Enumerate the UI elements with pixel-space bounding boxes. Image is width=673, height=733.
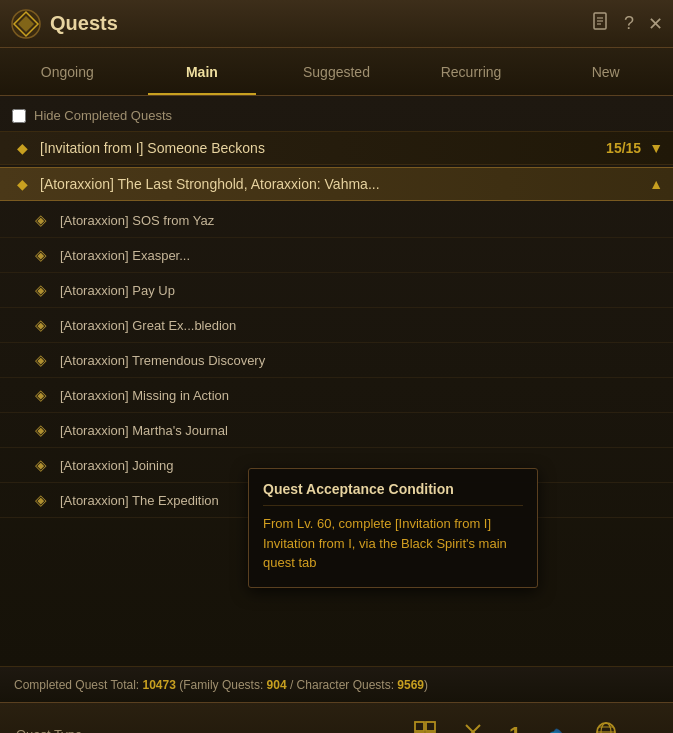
quest-group-atoraxxion[interactable]: [Atoraxxion] The Last Stronghold, Atorax… xyxy=(0,167,673,201)
tab-ongoing[interactable]: Ongoing xyxy=(0,48,135,95)
grid-icon[interactable] xyxy=(413,720,437,733)
more-button[interactable]: ... xyxy=(634,723,657,733)
quest-title-sos: [Atoraxxion] SOS from Yaz xyxy=(60,213,214,228)
quest-title-missing: [Atoraxxion] Missing in Action xyxy=(60,388,229,403)
window-controls: ? ✕ xyxy=(592,12,663,35)
quest-item-exasper[interactable]: ◈ [Atoraxxion] Exasper... Quest Acceptan… xyxy=(0,238,673,273)
quest-diamond-icon-2: ◈ xyxy=(32,246,50,264)
completed-total-label: Completed Quest Total: 10473 (Family Que… xyxy=(14,678,428,692)
hide-completed-checkbox[interactable] xyxy=(12,109,26,123)
quest-diamond-icon-3: ◈ xyxy=(32,281,50,299)
quest-title-expedition: [Atoraxxion] The Expedition xyxy=(60,493,219,508)
quest-item-payup[interactable]: ◈ [Atoraxxion] Pay Up xyxy=(0,273,673,308)
quest-title-joining: [Atoraxxion] Joining xyxy=(60,458,173,473)
quest-diamond-icon-9: ◈ xyxy=(32,491,50,509)
group-title-atoraxxion: [Atoraxxion] The Last Stronghold, Atorax… xyxy=(40,176,641,192)
tab-main[interactable]: Main xyxy=(135,48,270,95)
help-button[interactable]: ? xyxy=(624,13,634,34)
tab-new[interactable]: New xyxy=(538,48,673,95)
quest-diamond-icon-4: ◈ xyxy=(32,316,50,334)
quest-item-missing[interactable]: ◈ [Atoraxxion] Missing in Action xyxy=(0,378,673,413)
completed-quest-bar: Completed Quest Total: 10473 (Family Que… xyxy=(0,666,673,702)
svg-rect-8 xyxy=(426,722,435,731)
document-button[interactable] xyxy=(592,12,610,35)
title-bar: Quests ? ✕ xyxy=(0,0,673,48)
tabs-bar: Ongoing Main Suggested Recurring New xyxy=(0,48,673,96)
quest-title-great: [Atoraxxion] Great Ex...bledion xyxy=(60,318,236,333)
quest-item-great[interactable]: ◈ [Atoraxxion] Great Ex...bledion xyxy=(0,308,673,343)
close-button[interactable]: ✕ xyxy=(648,13,663,35)
tab-recurring[interactable]: Recurring xyxy=(404,48,539,95)
quest-diamond-icon: ◈ xyxy=(32,211,50,229)
footer-icon-group: 1 🐟 xyxy=(413,720,618,733)
tools-icon[interactable] xyxy=(461,720,485,733)
quest-group-invitation[interactable]: [Invitation from I] Someone Beckons 15/1… xyxy=(0,131,673,165)
quest-title-exasper: [Atoraxxion] Exasper... xyxy=(60,248,190,263)
group-chevron-atoraxxion: ▲ xyxy=(649,176,663,192)
one-icon[interactable]: 1 xyxy=(509,722,521,734)
quest-type-label: Quest Type xyxy=(16,727,82,733)
quest-item-sos[interactable]: ◈ [Atoraxxion] SOS from Yaz xyxy=(0,203,673,238)
quest-title-tremendous: [Atoraxxion] Tremendous Discovery xyxy=(60,353,265,368)
group-chevron-invitation: ▼ xyxy=(649,140,663,156)
tooltip-body: From Lv. 60, complete [Invitation from I… xyxy=(263,514,523,573)
quest-item-tremendous[interactable]: ◈ [Atoraxxion] Tremendous Discovery xyxy=(0,343,673,378)
hide-completed-label[interactable]: Hide Completed Quests xyxy=(34,108,172,123)
quest-title-payup: [Atoraxxion] Pay Up xyxy=(60,283,175,298)
svg-rect-7 xyxy=(415,722,424,731)
char-quests-value: 9569 xyxy=(397,678,424,692)
tooltip-title: Quest Acceptance Condition xyxy=(263,481,523,506)
quest-diamond-icon-5: ◈ xyxy=(32,351,50,369)
group-title-invitation: [Invitation from I] Someone Beckons xyxy=(40,140,600,156)
fish-icon[interactable]: 🐟 xyxy=(545,723,570,734)
completed-total-value: 10473 xyxy=(143,678,176,692)
quest-diamond-icon-6: ◈ xyxy=(32,386,50,404)
footer-toolbar: Quest Type 1 🐟 xyxy=(0,702,673,733)
group-count-invitation: 15/15 xyxy=(606,140,641,156)
quest-item-martha[interactable]: ◈ [Atoraxxion] Martha's Journal xyxy=(0,413,673,448)
hide-completed-row: Hide Completed Quests xyxy=(0,104,673,131)
quest-content: Hide Completed Quests [Invitation from I… xyxy=(0,96,673,666)
tab-suggested[interactable]: Suggested xyxy=(269,48,404,95)
quest-diamond-icon-8: ◈ xyxy=(32,456,50,474)
title-icon xyxy=(10,8,42,40)
window-title: Quests xyxy=(50,12,592,35)
group-diamond-icon xyxy=(14,140,30,156)
quest-title-martha: [Atoraxxion] Martha's Journal xyxy=(60,423,228,438)
family-quests-value: 904 xyxy=(267,678,287,692)
group-diamond-icon-2 xyxy=(14,176,30,192)
quest-acceptance-tooltip: Quest Acceptance Condition From Lv. 60, … xyxy=(248,468,538,588)
quest-diamond-icon-7: ◈ xyxy=(32,421,50,439)
globe-icon[interactable] xyxy=(594,720,618,733)
